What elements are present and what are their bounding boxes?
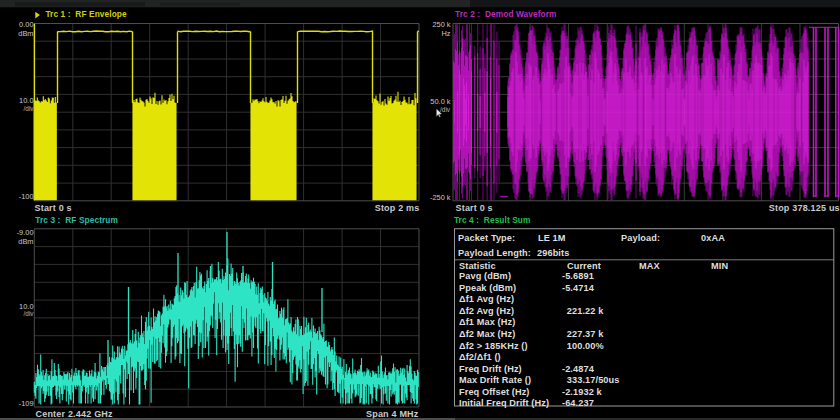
svg-text:227.37 k: 227.37 k	[567, 329, 604, 339]
svg-text:-5.4714: -5.4714	[562, 283, 595, 293]
svg-text:-109: -109	[19, 399, 34, 408]
svg-text:333.17/50us: 333.17/50us	[567, 375, 620, 385]
svg-text:Packet Type:: Packet Type:	[458, 233, 515, 243]
svg-text:-100: -100	[19, 192, 34, 201]
svg-text:MAX: MAX	[639, 261, 660, 271]
svg-text:Start 0 s: Start 0 s	[456, 203, 493, 213]
svg-text:Trc 1 : RF Envelope: Trc 1 : RF Envelope	[45, 9, 127, 19]
svg-text:Payload Length:: Payload Length:	[458, 248, 531, 258]
svg-text:221.22 k: 221.22 k	[567, 306, 604, 316]
svg-text:Start 0 s: Start 0 s	[35, 203, 72, 213]
svg-text:Pavg (dBm): Pavg (dBm)	[459, 271, 511, 281]
svg-text:Δf1 Avg (Hz): Δf1 Avg (Hz)	[459, 294, 514, 304]
svg-text:296bits: 296bits	[537, 248, 569, 258]
svg-text:/div: /div	[24, 105, 35, 112]
svg-text:Trc 2 : Demod Waveform: Trc 2 : Demod Waveform	[455, 9, 557, 19]
svg-text:Δf2/Δf1 (): Δf2/Δf1 ()	[459, 352, 501, 362]
svg-text:Stop 378.125 us: Stop 378.125 us	[769, 203, 840, 213]
svg-text:/div: /div	[24, 310, 35, 317]
svg-text:LE 1M: LE 1M	[538, 233, 566, 243]
svg-text:MIN: MIN	[711, 261, 728, 271]
svg-text:Δf2 Max (Hz): Δf2 Max (Hz)	[459, 329, 515, 339]
svg-text:Stop 2 ms: Stop 2 ms	[375, 203, 420, 213]
svg-text:0xAA: 0xAA	[701, 233, 725, 243]
svg-text:/div: /div	[440, 106, 451, 113]
svg-text:Payload:: Payload:	[621, 233, 660, 243]
svg-text:Ppeak (dBm): Ppeak (dBm)	[459, 283, 516, 293]
svg-text:Freq Drift (Hz): Freq Drift (Hz)	[459, 364, 522, 374]
svg-text:-9.00: -9.00	[17, 228, 34, 237]
svg-text:0.00: 0.00	[19, 20, 33, 29]
svg-text:-2.1932 k: -2.1932 k	[562, 387, 603, 397]
svg-text:dBm: dBm	[18, 237, 33, 246]
svg-text:Current: Current	[567, 261, 601, 271]
svg-text:Center 2.442 GHz: Center 2.442 GHz	[36, 409, 114, 419]
svg-text:100.00%: 100.00%	[567, 341, 604, 351]
svg-text:250 k: 250 k	[432, 20, 450, 29]
svg-text:Δf2 > 185KHz (): Δf2 > 185KHz ()	[459, 341, 528, 351]
svg-text:-2.4874: -2.4874	[562, 364, 595, 374]
svg-text:-64.237: -64.237	[562, 398, 594, 408]
svg-text:Δf2 Avg (Hz): Δf2 Avg (Hz)	[459, 306, 514, 316]
svg-text:Initial Freq Drift (Hz): Initial Freq Drift (Hz)	[459, 398, 549, 408]
svg-text:Span 4 MHz: Span 4 MHz	[366, 409, 419, 419]
svg-text:Trc 3 : RF Spectrum: Trc 3 : RF Spectrum	[35, 215, 118, 225]
svg-text:Hz: Hz	[441, 29, 450, 38]
svg-text:-5.6891: -5.6891	[562, 271, 594, 281]
svg-text:Max Drift Rate (): Max Drift Rate ()	[459, 375, 531, 385]
svg-text:dBm: dBm	[18, 29, 33, 38]
svg-text:Δf1 Max (Hz): Δf1 Max (Hz)	[459, 317, 515, 327]
svg-text:Statistic: Statistic	[459, 261, 496, 271]
svg-text:-250 k: -250 k	[430, 193, 451, 202]
svg-text:Trc 4 : Result Sum: Trc 4 : Result Sum	[454, 215, 531, 225]
svg-text:Freq Offset (Hz): Freq Offset (Hz)	[459, 387, 530, 397]
